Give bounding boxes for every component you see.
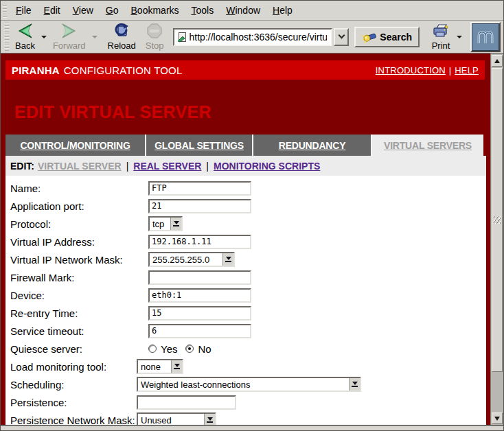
page-header-bar: PIRANHA CONFIGURATION TOOL INTRODUCTION … [5,60,485,80]
text-input-name[interactable] [148,181,251,196]
dropdown-arrow-icon [349,378,360,391]
text-input-re-entry-time[interactable] [148,306,251,321]
radio-yes[interactable] [148,345,157,353]
form-row-persistence-network-mask: Persistence Network Mask:Unused [5,411,486,426]
browser-window: File Edit View Go Bookmarks Tools Window… [0,0,504,431]
scroll-up-button[interactable] [492,55,503,67]
back-button[interactable]: Back [12,23,38,51]
text-input-application-port[interactable] [148,199,251,213]
tab-global-settings[interactable]: GLOBAL SETTINGS [146,135,253,156]
dropdown-arrow-icon [170,218,181,230]
menu-bar: File Edit View Go Bookmarks Tools Window… [1,1,503,21]
field-label-name: Name: [10,183,148,194]
introduction-link[interactable]: INTRODUCTION [376,65,446,75]
tab-redundancy[interactable]: REDUNDANCY [253,135,372,156]
menu-help[interactable]: Help [266,2,299,19]
select-load-monitoring-tool[interactable]: none [137,359,183,374]
select-value: 255.255.255.0 [150,253,222,266]
menu-file[interactable]: File [10,2,38,19]
reload-button[interactable]: Reload [104,23,139,51]
tab-virtual-servers[interactable]: VIRTUAL SERVERS [372,135,483,156]
forward-label: Forward [53,41,86,51]
scrollbar-thumb[interactable] [492,68,503,372]
stop-icon [147,23,162,40]
search-flashlight-icon [362,31,377,43]
toolbar-grippy[interactable] [5,23,9,51]
subnav-separator: | [126,161,129,172]
product-name: CONFIGURATION TOOL [64,65,183,76]
url-history-dropdown[interactable] [334,28,349,46]
form-row-virtual-ip-network-mask: Virtual IP Network Mask:255.255.255.0 [5,251,486,268]
back-dropdown-icon[interactable] [41,36,47,38]
form-fields: Name:Application port:Protocol:tcpVirtua… [5,176,486,426]
scroll-down-button[interactable] [492,412,503,424]
print-dropdown-icon[interactable] [457,36,462,38]
stop-button[interactable]: Stop [142,23,168,51]
search-button[interactable]: Search [354,27,420,47]
url-input[interactable] [187,31,330,43]
field-label-virtual-ip-network-mask: Virtual IP Network Mask: [10,254,148,266]
header-link-separator: | [449,65,451,75]
select-value: Weighted least-connections [138,378,349,391]
print-label: Print [432,41,450,51]
text-input-service-timeout[interactable] [148,324,251,338]
url-bar[interactable] [173,28,333,46]
url-page-icon [176,32,187,43]
mozilla-m-icon [474,26,496,48]
field-label-re-entry-time: Re-entry Time: [10,307,148,319]
text-input-virtual-ip-address[interactable] [148,235,251,249]
tab-control-monitoring[interactable]: CONTROL/MONITORING [5,135,146,156]
field-label-virtual-ip-address: Virtual IP Address: [10,236,148,248]
menu-go[interactable]: Go [100,2,125,19]
brand-name: PIRANHA [12,65,60,76]
form-row-protocol: Protocol:tcp [5,215,486,233]
radio-option-no[interactable]: No [185,343,211,355]
menu-bookmarks[interactable]: Bookmarks [125,2,185,19]
menu-tools[interactable]: Tools [185,2,220,19]
forward-dropdown-icon[interactable] [92,36,98,38]
toolbar-grippy[interactable] [3,3,7,18]
field-label-service-timeout: Service timeout: [10,325,148,337]
chevron-down-icon [338,32,345,39]
main-tabs: CONTROL/MONITORING GLOBAL SETTINGS REDUN… [5,135,483,156]
dropdown-arrow-icon [171,360,182,373]
field-label-scheduling: Scheduling: [10,379,137,391]
print-button[interactable]: Print [428,23,454,51]
forward-button[interactable]: Forward [49,23,89,51]
select-value: none [138,360,171,373]
reload-icon [113,23,130,40]
select-value: Unused [138,414,204,426]
select-scheduling[interactable]: Weighted least-connections [137,377,361,392]
field-label-persistence: Persistence: [10,397,137,408]
text-input-firewall-mark[interactable] [148,270,251,285]
radio-option-yes[interactable]: Yes [148,343,177,355]
arrow-up-icon [494,59,500,63]
select-persistence-network-mask[interactable]: Unused [137,412,216,426]
select-virtual-ip-network-mask[interactable]: 255.255.255.0 [148,252,235,267]
field-label-application-port: Application port: [10,200,148,212]
radio-label: No [198,343,211,355]
menu-edit[interactable]: Edit [38,2,67,19]
radio-label: Yes [161,343,177,355]
page-title: EDIT VIRTUAL SERVER [14,102,211,122]
help-link[interactable]: HELP [455,65,479,75]
text-input-device[interactable] [148,288,251,303]
form-row-firewall-mark: Firewall Mark: [5,268,486,286]
field-label-persistence-network-mask: Persistence Network Mask: [10,415,137,426]
subnav-link-real-server[interactable]: REAL SERVER [133,161,201,172]
piranha-page: PIRANHA CONFIGURATION TOOL INTRODUCTION … [1,54,490,426]
mozilla-logo-button[interactable] [470,22,501,52]
field-label-firewall-mark: Firewall Mark: [10,272,148,283]
radio-no[interactable] [185,345,194,353]
vertical-scrollbar[interactable] [490,54,503,426]
form-row-application-port: Application port: [5,197,486,215]
dropdown-arrow-icon [204,414,215,426]
text-input-persistence[interactable] [137,395,236,410]
menu-window[interactable]: Window [220,2,266,19]
select-value: tcp [150,218,170,230]
form-row-load-monitoring-tool: Load monitoring tool:none [5,358,486,375]
subnav-separator: | [206,161,209,172]
subnav-link-monitoring-scripts[interactable]: MONITORING SCRIPTS [214,161,320,172]
select-protocol[interactable]: tcp [148,216,183,231]
menu-view[interactable]: View [67,2,100,19]
